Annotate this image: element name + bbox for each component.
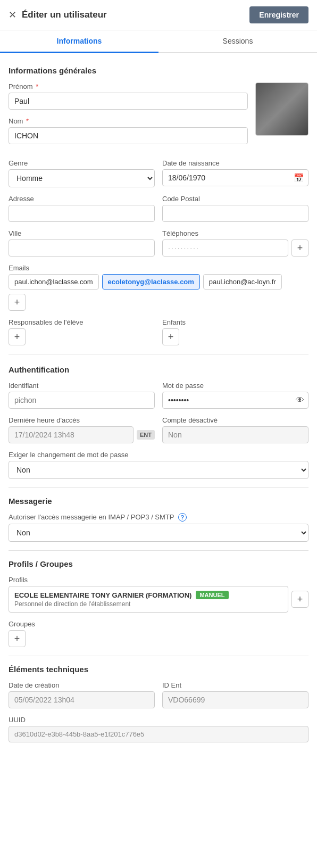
telephones-group: Téléphones + <box>162 229 308 257</box>
prenom-input[interactable] <box>9 93 248 110</box>
prenom-required: * <box>36 82 38 90</box>
identifiant-password-row: Identifiant Mot de passe 👁 <box>9 382 308 416</box>
email-chip-2[interactable]: paul.ichon@ac-loyn.fr <box>203 274 282 290</box>
add-profile-button[interactable]: + <box>291 591 308 608</box>
header-left: ✕ Éditer un utilisateur <box>9 9 107 21</box>
uuid-group: UUID <box>9 716 308 742</box>
date-creation-label: Date de création <box>9 681 155 689</box>
password-row: 👁 <box>162 392 308 409</box>
emails-group: Emails paul.ichon@laclasse.com ecoletony… <box>9 264 308 311</box>
password-input[interactable] <box>162 392 308 409</box>
telephone-input[interactable] <box>162 239 288 257</box>
nom-input[interactable] <box>9 127 248 144</box>
email-chip-0[interactable]: paul.ichon@laclasse.com <box>9 274 99 290</box>
compte-desactive-input <box>162 426 308 443</box>
nom-label: Nom * <box>9 117 248 125</box>
exiger-label: Exiger le changement de mot de passe <box>9 451 308 459</box>
emails-label: Emails <box>9 264 308 272</box>
profile-row: ECOLE ELEMENTAIRE TONY GARNIER (FORMATIO… <box>9 586 308 613</box>
prenom-group: Prénom * <box>9 82 248 110</box>
manuel-badge: MANUEL <box>196 591 228 599</box>
ville-tel-row: Ville Téléphones + <box>9 229 308 264</box>
genre-select[interactable]: Homme Femme Non défini <box>9 169 155 187</box>
section-general-title: Informations générales <box>9 66 308 75</box>
lastaccess-group: Dernière heure d'accès ENT <box>9 416 155 443</box>
messagerie-imap-label: Autoriser l'accès messagerie en IMAP / P… <box>9 513 308 522</box>
dob-group: Date de naissance 📅 <box>162 159 308 187</box>
header: ✕ Éditer un utilisateur Enregistrer <box>0 0 317 30</box>
info-icon[interactable]: ? <box>178 513 187 522</box>
section-auth-title: Authentification <box>9 365 308 374</box>
dob-label: Date de naissance <box>162 159 308 167</box>
add-enfant-button[interactable]: + <box>162 328 179 345</box>
responsables-label: Responsables de l'élève <box>9 318 155 326</box>
ent-badge: ENT <box>137 430 155 440</box>
email-chip-1[interactable]: ecoletonyg@laclasse.com <box>102 274 200 290</box>
close-icon: ✕ <box>9 10 16 20</box>
name-fields: Prénom * Nom * <box>9 82 248 152</box>
codepostal-label: Code Postal <box>162 195 308 203</box>
messagerie-imap-group: Autoriser l'accès messagerie en IMAP / P… <box>9 513 308 542</box>
user-photo <box>255 82 308 136</box>
add-telephone-button[interactable]: + <box>291 239 308 257</box>
photo-placeholder <box>256 83 308 135</box>
identifiant-input[interactable] <box>9 392 155 409</box>
enfants-label: Enfants <box>162 318 308 326</box>
profile-chip: ECOLE ELEMENTAIRE TONY GARNIER (FORMATIO… <box>9 586 288 613</box>
groupes-label: Groupes <box>9 620 308 628</box>
tab-informations[interactable]: Informations <box>0 30 158 53</box>
phone-row: + <box>162 239 308 257</box>
nom-group: Nom * <box>9 117 248 144</box>
add-email-button[interactable]: + <box>9 294 26 311</box>
id-ent-input <box>162 691 308 708</box>
calendar-icon: 📅 <box>294 173 304 183</box>
page-title: Éditer un utilisateur <box>22 10 107 20</box>
password-group: Mot de passe 👁 <box>162 382 308 409</box>
id-ent-group: ID Ent <box>162 681 308 708</box>
divider-2 <box>9 487 308 488</box>
add-responsable-button[interactable]: + <box>9 328 26 345</box>
codepostal-input[interactable] <box>162 205 308 222</box>
add-groupe-button[interactable]: + <box>9 630 26 647</box>
exiger-select[interactable]: Non Oui <box>9 461 308 479</box>
lastaccess-compte-row: Dernière heure d'accès ENT Compte désact… <box>9 416 308 451</box>
divider-4 <box>9 656 308 656</box>
creation-ident-row: Date de création ID Ent <box>9 681 308 716</box>
eye-icon: 👁 <box>296 395 304 404</box>
dob-input[interactable] <box>162 169 308 186</box>
ville-label: Ville <box>9 229 155 237</box>
profils-group: Profils ECOLE ELEMENTAIRE TONY GARNIER (… <box>9 576 308 613</box>
telephones-label: Téléphones <box>162 229 308 237</box>
adresse-label: Adresse <box>9 195 155 203</box>
save-button[interactable]: Enregistrer <box>249 6 308 23</box>
close-button[interactable]: ✕ <box>9 9 16 21</box>
adresse-group: Adresse <box>9 195 155 222</box>
enfants-group: Enfants + <box>162 318 308 345</box>
section-messagerie-title: Messagerie <box>9 497 308 506</box>
toggle-password-button[interactable]: 👁 <box>296 395 304 405</box>
profile-sub: Personnel de direction de l'établissemen… <box>14 600 282 608</box>
divider-1 <box>9 354 308 354</box>
profile-chip-header: ECOLE ELEMENTAIRE TONY GARNIER (FORMATIO… <box>14 591 282 599</box>
prenom-label: Prénom * <box>9 82 248 90</box>
messagerie-select[interactable]: Non Oui <box>9 524 308 542</box>
ville-input[interactable] <box>9 239 155 257</box>
identifiant-group: Identifiant <box>9 382 155 409</box>
adresse-input[interactable] <box>9 205 155 222</box>
responsables-group: Responsables de l'élève + <box>9 318 155 345</box>
section-profils-title: Profils / Groupes <box>9 559 308 568</box>
genre-dob-row: Genre Homme Femme Non défini Date de nai… <box>9 159 308 195</box>
section-techniques-title: Éléments techniques <box>9 665 308 674</box>
nom-required: * <box>26 117 29 125</box>
id-ent-label: ID Ent <box>162 681 308 689</box>
genre-label: Genre <box>9 159 155 167</box>
codepostal-group: Code Postal <box>162 195 308 222</box>
lastaccess-input <box>9 426 134 443</box>
password-label: Mot de passe <box>162 382 308 390</box>
date-creation-input <box>9 691 155 708</box>
profile-name: ECOLE ELEMENTAIRE TONY GARNIER (FORMATIO… <box>14 591 191 599</box>
uuid-input <box>9 726 308 742</box>
emails-row: paul.ichon@laclasse.com ecoletonyg@lacla… <box>9 274 308 290</box>
genre-group: Genre Homme Femme Non défini <box>9 159 155 187</box>
tab-sessions[interactable]: Sessions <box>158 30 317 53</box>
